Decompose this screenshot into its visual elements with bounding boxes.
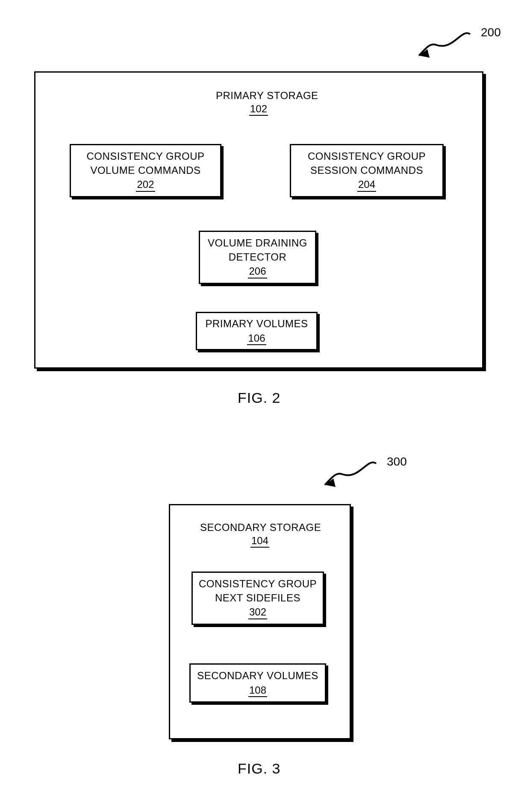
secondary-storage-num: 104 [250, 535, 269, 548]
volume-draining-detector-title: VOLUME DRAINING DETECTOR [208, 236, 307, 264]
secondary-storage-title: SECONDARY STORAGE [200, 522, 303, 534]
primary-volumes-title: PRIMARY VOLUMES [205, 317, 308, 331]
cg-next-sidefiles-num: 302 [248, 607, 267, 619]
secondary-volumes-box: SECONDARY VOLUMES 108 [189, 663, 326, 703]
primary-storage-num: 102 [249, 103, 268, 116]
primary-storage-header: PRIMARY STORAGE 102 [216, 90, 301, 116]
cg-next-sidefiles-box: CONSISTENCY GROUP NEXT SIDEFILES 302 [191, 572, 324, 625]
reference-arrow-300 [312, 455, 389, 498]
reference-arrow-200 [406, 26, 483, 68]
figure-3-caption: FIG. 3 [238, 760, 280, 777]
cg-volume-commands-num: 202 [136, 179, 155, 191]
primary-volumes-num: 106 [247, 333, 266, 345]
cg-session-commands-title: CONSISTENCY GROUP SESSION COMMANDS [308, 150, 426, 177]
reference-label-300: 300 [387, 455, 407, 469]
secondary-volumes-num: 108 [248, 685, 267, 697]
primary-storage-box: PRIMARY STORAGE 102 CONSISTENCY GROUP VO… [34, 71, 483, 369]
cg-next-sidefiles-title: CONSISTENCY GROUP NEXT SIDEFILES [199, 577, 317, 605]
cg-volume-commands-box: CONSISTENCY GROUP VOLUME COMMANDS 202 [70, 144, 221, 197]
volume-draining-detector-box: VOLUME DRAINING DETECTOR 206 [199, 231, 316, 284]
cg-volume-commands-title: CONSISTENCY GROUP VOLUME COMMANDS [86, 150, 204, 177]
figure-2-caption: FIG. 2 [238, 390, 280, 406]
cg-session-commands-num: 204 [357, 179, 376, 191]
cg-session-commands-box: CONSISTENCY GROUP SESSION COMMANDS 204 [290, 144, 444, 197]
secondary-storage-box: SECONDARY STORAGE 104 CONSISTENCY GROUP … [169, 504, 351, 739]
reference-label-200: 200 [481, 26, 501, 39]
primary-storage-title: PRIMARY STORAGE [216, 90, 301, 102]
volume-draining-detector-num: 206 [248, 266, 267, 278]
secondary-volumes-title: SECONDARY VOLUMES [197, 669, 318, 683]
secondary-storage-header: SECONDARY STORAGE 104 [217, 522, 303, 548]
primary-volumes-box: PRIMARY VOLUMES 106 [196, 312, 318, 350]
